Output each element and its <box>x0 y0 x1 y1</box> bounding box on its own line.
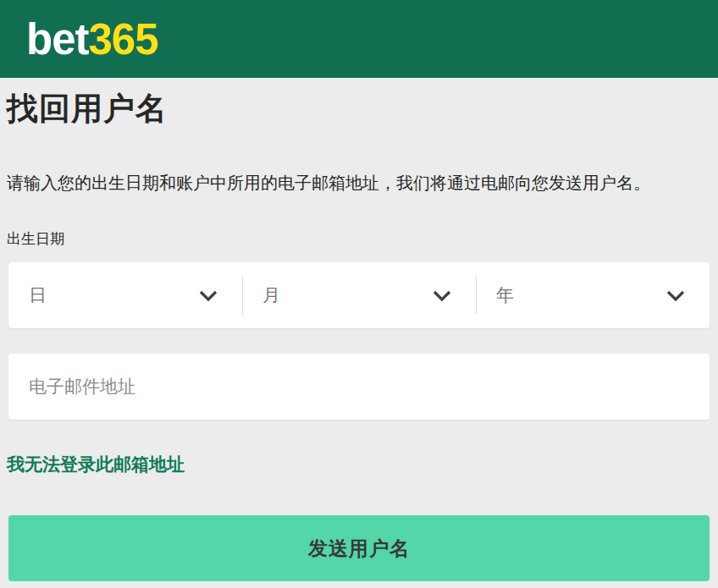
chevron-down-icon <box>199 290 218 301</box>
logo-bet-text: bet <box>26 15 89 63</box>
year-select[interactable]: 年 <box>476 262 710 328</box>
cant-access-email-link[interactable]: 我无法登录此邮箱地址 <box>7 453 185 476</box>
month-select[interactable]: 月 <box>242 262 476 328</box>
day-select-placeholder: 日 <box>29 283 47 307</box>
page-title: 找回用户名 <box>7 88 711 130</box>
send-username-button[interactable]: 发送用户名 <box>8 515 710 581</box>
app-header: bet365 <box>0 0 718 78</box>
date-of-birth-row: 日 月 年 <box>8 262 710 328</box>
email-address-input[interactable] <box>8 354 710 420</box>
day-select[interactable]: 日 <box>8 262 242 328</box>
bet365-logo[interactable]: bet365 <box>26 18 158 61</box>
chevron-down-icon <box>666 290 685 301</box>
chevron-down-icon <box>433 290 451 301</box>
logo-365-text: 365 <box>89 15 158 63</box>
month-select-placeholder: 月 <box>262 283 280 307</box>
instruction-text: 请输入您的出生日期和账户中所用的电子邮箱地址，我们将通过电邮向您发送用户名。 <box>7 172 711 194</box>
year-select-placeholder: 年 <box>496 283 514 307</box>
date-of-birth-label: 出生日期 <box>7 229 711 249</box>
